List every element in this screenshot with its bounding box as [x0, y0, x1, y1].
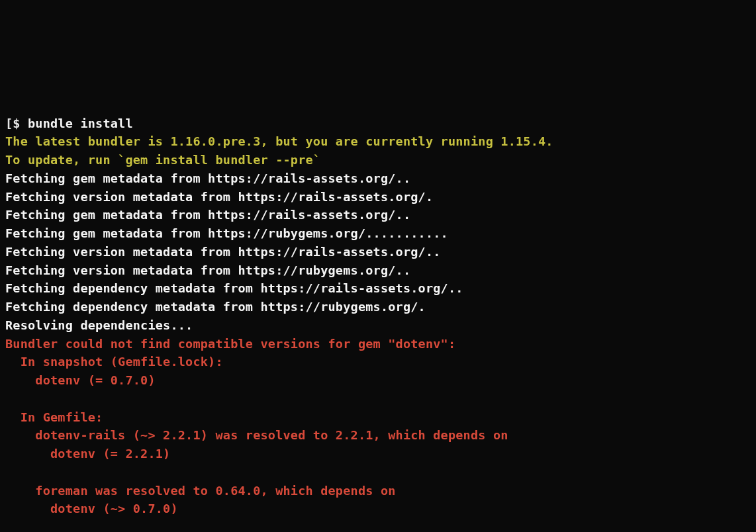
output-line	[5, 518, 751, 532]
output-lines: The latest bundler is 1.16.0.pre.3, but …	[5, 132, 751, 532]
output-line: In snapshot (Gemfile.lock):	[5, 353, 751, 371]
output-line: Fetching gem metadata from https://rails…	[5, 169, 751, 188]
terminal-output: [$ bundle installThe latest bundler is 1…	[5, 77, 751, 532]
output-line: Fetching version metadata from https://r…	[5, 243, 751, 261]
output-line: Bundler could not find compatible versio…	[5, 335, 751, 353]
output-line: dotenv-rails (~> 2.2.1) was resolved to …	[5, 426, 751, 445]
output-line: dotenv (~> 0.7.0)	[5, 500, 751, 518]
output-line	[5, 390, 751, 408]
prompt-line[interactable]: [$ bundle install	[5, 114, 751, 133]
output-line	[5, 463, 751, 482]
prompt-dollar: $	[13, 116, 28, 130]
output-line: To update, run `gem install bundler --pr…	[5, 151, 751, 169]
output-line: In Gemfile:	[5, 408, 751, 427]
output-line: Fetching gem metadata from https://rails…	[5, 206, 751, 224]
command-text: bundle install	[28, 116, 133, 130]
output-line: Fetching gem metadata from https://rubyg…	[5, 224, 751, 243]
prompt-bracket: [	[5, 116, 13, 130]
output-line: dotenv (= 2.2.1)	[5, 445, 751, 463]
output-line: dotenv (= 0.7.0)	[5, 371, 751, 390]
output-line: Fetching version metadata from https://r…	[5, 261, 751, 280]
output-line: Fetching dependency metadata from https:…	[5, 298, 751, 316]
output-line: The latest bundler is 1.16.0.pre.3, but …	[5, 132, 751, 151]
output-line: Fetching dependency metadata from https:…	[5, 279, 751, 298]
output-line: Fetching version metadata from https://r…	[5, 188, 751, 206]
output-line: foreman was resolved to 0.64.0, which de…	[5, 482, 751, 500]
output-line: Resolving dependencies...	[5, 316, 751, 335]
